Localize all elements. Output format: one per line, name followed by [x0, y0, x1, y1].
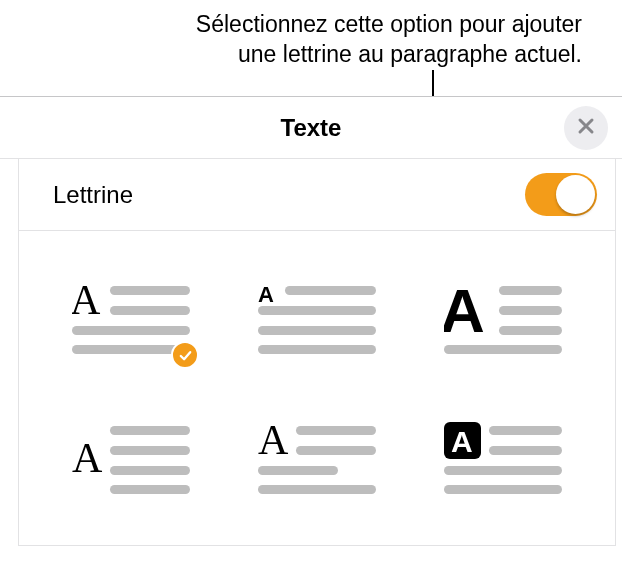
text-format-panel: Texte Lettrine A	[0, 96, 622, 567]
close-button[interactable]	[564, 106, 608, 150]
svg-rect-16	[110, 426, 190, 435]
drop-cap-styles-grid: A A	[19, 231, 615, 545]
svg-rect-19	[110, 485, 190, 494]
panel-header: Texte	[0, 97, 622, 159]
callout-line-2: une lettrine au paragraphe actuel.	[238, 41, 582, 67]
svg-text:A: A	[72, 282, 101, 323]
drop-cap-style-two-lines[interactable]: A	[53, 273, 209, 363]
callout-text: Sélectionnez cette option pour ajouter u…	[102, 10, 582, 70]
svg-text:A: A	[72, 435, 103, 481]
svg-rect-6	[285, 286, 376, 295]
svg-rect-23	[258, 466, 338, 475]
svg-rect-17	[110, 446, 190, 455]
svg-text:A: A	[451, 425, 473, 458]
svg-rect-7	[258, 306, 376, 315]
drop-cap-style-raised-indent[interactable]: A	[53, 413, 209, 503]
svg-rect-14	[444, 345, 562, 354]
callout: Sélectionnez cette option pour ajouter u…	[0, 0, 622, 70]
drop-cap-toggle[interactable]	[525, 173, 597, 216]
svg-rect-21	[296, 426, 376, 435]
svg-rect-24	[258, 485, 376, 494]
svg-rect-22	[296, 446, 376, 455]
svg-rect-28	[489, 446, 562, 455]
svg-rect-1	[110, 286, 190, 295]
svg-rect-2	[110, 306, 190, 315]
drop-cap-two-lines-icon: A	[72, 282, 190, 354]
svg-rect-8	[258, 326, 376, 335]
svg-rect-18	[110, 466, 190, 475]
drop-cap-raised-indent-icon: A	[72, 422, 190, 494]
svg-text:A: A	[444, 282, 485, 345]
svg-rect-11	[499, 286, 562, 295]
drop-cap-toggle-label: Lettrine	[53, 181, 133, 209]
close-icon	[576, 116, 596, 140]
panel-body: Lettrine A	[18, 159, 616, 546]
svg-text:A: A	[258, 282, 274, 307]
svg-rect-9	[258, 345, 376, 354]
drop-cap-boxed-icon: A	[444, 422, 562, 494]
drop-cap-toggle-row: Lettrine	[19, 159, 615, 231]
drop-cap-small-icon: A	[258, 282, 376, 354]
svg-rect-13	[499, 326, 562, 335]
svg-text:A: A	[258, 422, 289, 463]
drop-cap-large-bold-icon: A	[444, 282, 562, 354]
svg-rect-29	[444, 466, 562, 475]
drop-cap-style-boxed[interactable]: A	[425, 413, 581, 503]
svg-rect-27	[489, 426, 562, 435]
svg-rect-12	[499, 306, 562, 315]
svg-rect-3	[72, 326, 190, 335]
switch-knob	[556, 175, 595, 214]
selected-checkmark	[171, 341, 199, 369]
callout-line-1: Sélectionnez cette option pour ajouter	[196, 11, 582, 37]
drop-cap-raised-aligned-icon: A	[258, 422, 376, 494]
drop-cap-style-raised-aligned[interactable]: A	[239, 413, 395, 503]
svg-rect-30	[444, 485, 562, 494]
drop-cap-style-large-bold[interactable]: A	[425, 273, 581, 363]
panel-title: Texte	[281, 114, 342, 142]
drop-cap-style-small[interactable]: A	[239, 273, 395, 363]
